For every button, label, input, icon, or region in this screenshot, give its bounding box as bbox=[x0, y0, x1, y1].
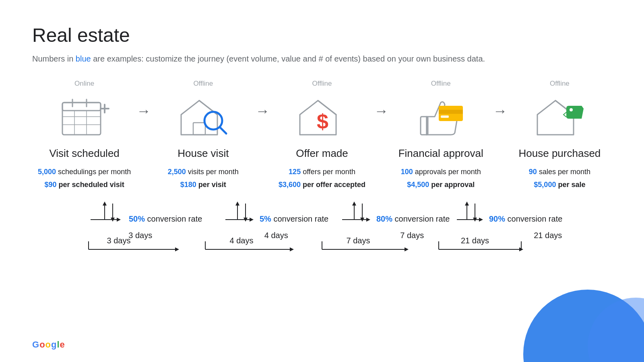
step5-stats: 90 sales per month $5,000 per sale bbox=[529, 165, 590, 191]
step-visit-scheduled: Online bbox=[32, 80, 136, 191]
svg-rect-0 bbox=[62, 103, 101, 135]
svg-text:$: $ bbox=[317, 110, 328, 133]
step5-name: House purchased bbox=[519, 147, 601, 160]
conversion-flows-svg: 50% conversion rate 5% conversion rate bbox=[32, 200, 612, 232]
conversion-section: 50% conversion rate 5% conversion rate bbox=[32, 200, 612, 255]
svg-line-14 bbox=[220, 127, 226, 134]
step1-name: Visit scheduled bbox=[49, 147, 119, 160]
svg-marker-41 bbox=[352, 202, 356, 206]
svg-rect-12 bbox=[193, 123, 205, 135]
step2-stats: 2,500 visits per month $180 per visit bbox=[168, 165, 239, 191]
journey-row: Online bbox=[32, 80, 612, 191]
days-label-4: 21 days bbox=[480, 231, 616, 240]
step3-icon: $ bbox=[296, 93, 348, 141]
step1-icon bbox=[58, 93, 111, 141]
svg-marker-56 bbox=[175, 247, 179, 251]
page-title: Real estate bbox=[32, 24, 612, 46]
svg-marker-64 bbox=[405, 247, 409, 251]
svg-marker-60 bbox=[290, 247, 294, 251]
step-house-visit: Offline House visit 2,500 visits per mon… bbox=[151, 80, 255, 191]
step3-name: Offer made bbox=[296, 147, 348, 160]
svg-point-25 bbox=[570, 108, 573, 111]
svg-text:90%
         conversion rate: 90% conversion rate bbox=[489, 214, 562, 223]
step-house-purchased: Offline House purchased 90 sales per mon… bbox=[508, 80, 612, 191]
step2-icon bbox=[177, 93, 229, 141]
step-financial-approval: Offline Financial approval 100 approvals… bbox=[389, 80, 493, 191]
step2-name: House visit bbox=[178, 147, 229, 160]
google-logo: Google bbox=[32, 339, 65, 350]
svg-marker-38 bbox=[250, 218, 254, 222]
svg-marker-27 bbox=[103, 202, 107, 206]
step3-stats: 125 offers per month $3,600 per offer ac… bbox=[279, 165, 365, 191]
days-labels-row: 3 days 4 days 7 days 21 days bbox=[72, 231, 616, 240]
subtitle: Numbers in blue are examples: customize … bbox=[32, 54, 612, 64]
step-offer-made: Offline $ Offer made 125 offers per mont… bbox=[270, 80, 374, 191]
svg-marker-52 bbox=[479, 218, 483, 222]
svg-marker-31 bbox=[117, 218, 121, 222]
days-label-3: 7 days bbox=[344, 231, 480, 240]
step4-name: Financial approval bbox=[398, 147, 483, 160]
arrow-3: → bbox=[374, 80, 389, 118]
days-label-1: 3 days bbox=[72, 231, 208, 240]
step2-channel: Offline bbox=[193, 80, 213, 88]
svg-rect-22 bbox=[441, 115, 449, 118]
arrow-1: → bbox=[136, 80, 151, 118]
svg-marker-34 bbox=[235, 202, 239, 206]
days-label-2: 4 days bbox=[208, 231, 345, 240]
svg-rect-1 bbox=[62, 103, 101, 111]
step4-channel: Offline bbox=[431, 80, 451, 88]
svg-text:5%
         conversion rate: 5% conversion rate bbox=[260, 214, 328, 223]
step3-channel: Offline bbox=[312, 80, 332, 88]
decorative-circles bbox=[491, 274, 644, 362]
arrow-2: → bbox=[255, 80, 270, 118]
step4-stats: 100 approvals per month $4,500 per appro… bbox=[401, 165, 481, 191]
svg-text:50%
         conversion rate: 50% conversion rate bbox=[129, 214, 202, 223]
svg-rect-21 bbox=[439, 110, 463, 114]
step1-channel: Online bbox=[74, 80, 94, 88]
svg-marker-45 bbox=[366, 218, 370, 222]
step1-stats: 5,000 schedulings per month $90 per sche… bbox=[38, 165, 131, 191]
step5-icon bbox=[533, 93, 586, 141]
step4-icon bbox=[415, 93, 467, 141]
svg-marker-48 bbox=[465, 202, 469, 206]
step5-channel: Offline bbox=[550, 80, 570, 88]
svg-text:80%
         conversion rate: 80% conversion rate bbox=[376, 214, 450, 223]
arrow-4: → bbox=[493, 80, 508, 118]
